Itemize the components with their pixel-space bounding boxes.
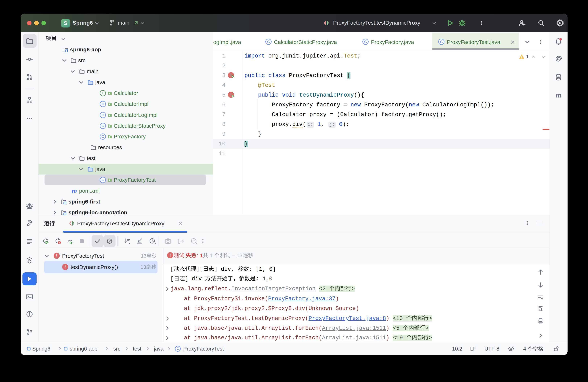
svg-text:!: !: [59, 241, 60, 244]
